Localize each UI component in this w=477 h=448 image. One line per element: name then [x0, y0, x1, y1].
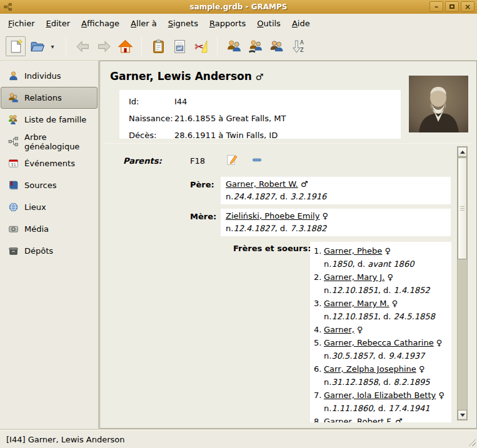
toolbar-separator — [217, 37, 218, 56]
sidebar-item-arbre-genealogique[interactable]: Arbre généalogique — [1, 131, 98, 152]
sibling-row: 7.Garner, Iola Elizabeth Betty ♀n.1.11.1… — [314, 389, 451, 415]
add-parents-button[interactable] — [266, 36, 287, 57]
scrollbar-thumb[interactable] — [458, 157, 467, 259]
menu-signets[interactable]: Signets — [163, 16, 204, 31]
repository-icon — [8, 246, 19, 256]
scissors-icon: ✂ — [193, 39, 209, 54]
reorder-button[interactable]: A Z — [287, 36, 308, 57]
sidebar-item-relations[interactable]: Relations — [1, 87, 98, 109]
sidebar-label: Média — [24, 224, 49, 234]
sibling-link[interactable]: Garner, Mary J. — [324, 272, 384, 282]
resize-grip[interactable] — [468, 438, 476, 446]
gramps-window: sample.grdb - GRAMPS – × Fichier Editer … — [0, 0, 477, 448]
scroll-up-button[interactable] — [458, 147, 467, 157]
sibling-number: 4. — [314, 323, 324, 336]
sibling-link[interactable]: Garner, Phebe — [324, 246, 382, 256]
close-button[interactable]: × — [461, 1, 474, 12]
titlebar[interactable]: sample.grdb - GRAMPS – × — [0, 0, 477, 14]
sibling-dates: n.30.5.1857, d. 9.4.1937 — [314, 349, 451, 362]
menu-aide[interactable]: Aide — [286, 16, 316, 31]
people-icon — [8, 92, 19, 103]
maximize-icon — [449, 4, 454, 9]
menu-outils[interactable]: Outils — [251, 16, 286, 31]
father-link[interactable]: Garner, Robert W. — [226, 179, 298, 189]
new-button[interactable] — [5, 36, 26, 57]
female-symbol: ♀ — [384, 272, 393, 282]
add-spouse-button[interactable] — [244, 36, 266, 57]
relations-view: Garner, Lewis Anderson ♂ Id: I44 Naissan… — [99, 61, 477, 429]
sidebar-item-lieux[interactable]: Lieux — [1, 196, 98, 218]
male-symbol: ♂ — [301, 179, 308, 189]
remove-family-button[interactable] — [251, 154, 264, 167]
share-family-button[interactable] — [223, 36, 244, 57]
sibling-link[interactable]: Garner, — [324, 325, 354, 334]
clipboard-button[interactable] — [148, 36, 169, 57]
maximize-button[interactable] — [445, 1, 459, 12]
menu-rapports[interactable]: Rapports — [204, 16, 251, 31]
sidebar-item-depots[interactable]: Dépôts — [1, 240, 98, 262]
cut-button[interactable]: ✂ — [190, 36, 211, 57]
sibling-link[interactable]: Garner, Rebecca Catharine — [324, 338, 434, 347]
siblings-label: Frères et soeurs: — [233, 244, 311, 253]
open-dropdown-button[interactable]: ▾ — [48, 36, 58, 57]
menu-editer[interactable]: Editer — [41, 16, 76, 31]
menu-aller-a[interactable]: Aller à — [125, 16, 163, 31]
menu-fichier[interactable]: Fichier — [3, 16, 41, 31]
mother-box: Zieliński, Phoebe Emily ♀ n.12.4.1827, d… — [221, 209, 451, 236]
scroll-down-icon — [460, 414, 465, 417]
sidebar-item-media[interactable]: Média — [1, 218, 98, 240]
parents-label: Parents: — [123, 156, 162, 166]
id-label: Id: — [119, 97, 174, 106]
edit-pencil-icon — [226, 154, 238, 166]
info-row-death: Décès: 28.6.1911 à Twin Falls, ID — [119, 127, 401, 144]
sibling-link[interactable]: Garner, Iola Elizabeth Betty — [324, 391, 436, 400]
open-button[interactable] — [26, 36, 48, 57]
sibling-number: 1. — [314, 244, 324, 257]
sidebar-item-evenements[interactable]: 31 Événements — [1, 152, 98, 174]
sibling-row: 4.Garner, ♀ — [314, 323, 451, 336]
death-value: 28.6.1911 à Twin Falls, ID — [174, 131, 278, 140]
close-icon: × — [464, 3, 471, 11]
sibling-link[interactable]: Garner, Robert F. — [324, 417, 393, 422]
id-value: I44 — [174, 97, 187, 106]
sidebar-label: Relations — [24, 93, 62, 102]
globe-icon — [8, 202, 19, 212]
female-symbol: ♀ — [436, 391, 444, 400]
sibling-dates: n.12.10.1851, d. 1.4.1852 — [314, 284, 451, 297]
sibling-link[interactable]: Garner, Mary M. — [324, 299, 389, 308]
siblings-box: 1.Garner, Phebe ♀n.1850, d. avant 18602.… — [310, 242, 451, 422]
edit-family-button[interactable] — [226, 154, 239, 167]
sibling-link[interactable]: Carr, Zelpha Josephine — [324, 364, 416, 374]
scroll-down-button[interactable] — [458, 410, 467, 420]
female-symbol: ♀ — [354, 325, 363, 334]
active-person-name: Garner, Lewis Anderson — [110, 70, 252, 82]
sibling-dates: n.1.11.1860, d. 17.4.1941 — [314, 402, 451, 415]
vertical-scrollbar[interactable] — [457, 146, 468, 421]
reports-button[interactable] — [169, 36, 190, 57]
sidebar: Individus Relations Liste de famille — [0, 61, 99, 430]
back-button[interactable] — [72, 36, 93, 57]
male-symbol: ♂ — [393, 417, 403, 422]
people-group-icon — [226, 39, 242, 54]
mother-link[interactable]: Zieliński, Phoebe Emily — [226, 211, 319, 221]
person-info-box: Id: I44 Naissance: 21.6.1855 à Great Fal… — [119, 90, 401, 139]
menu-affichage[interactable]: Affichage — [76, 16, 125, 31]
sidebar-label: Dépôts — [24, 246, 53, 256]
sidebar-item-individus[interactable]: Individus — [1, 65, 98, 87]
sidebar-item-liste-de-famille[interactable]: Liste de famille — [1, 109, 98, 131]
book-icon — [8, 180, 19, 191]
minimize-button[interactable]: – — [429, 1, 443, 12]
forward-button[interactable] — [93, 36, 114, 57]
birth-value: 21.6.1855 à Great Falls, MT — [174, 114, 286, 123]
new-document-icon — [8, 39, 24, 54]
family-icon — [8, 114, 19, 125]
sidebar-label: Événements — [24, 159, 75, 168]
back-arrow-icon — [75, 39, 91, 54]
mother-label: Mère: — [190, 212, 216, 221]
sidebar-item-sources[interactable]: Sources — [1, 174, 98, 196]
scroll-up-icon — [460, 151, 465, 154]
report-document-icon — [172, 39, 188, 54]
header-separator — [104, 143, 472, 144]
home-button[interactable] — [114, 36, 136, 57]
sibling-number: 2. — [314, 271, 324, 284]
